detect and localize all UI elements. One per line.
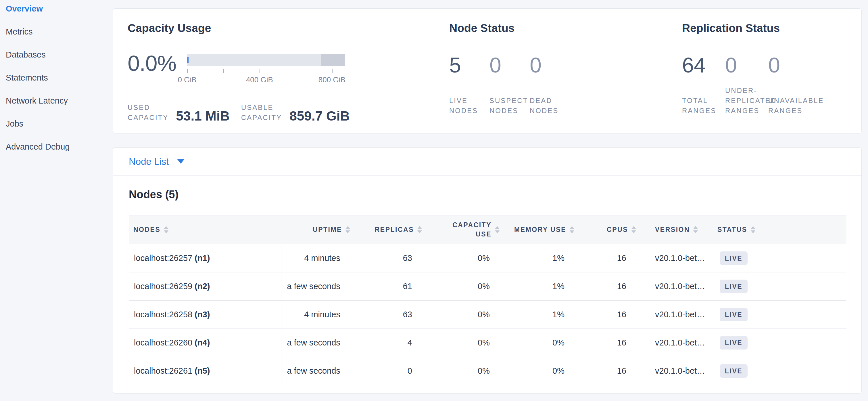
capacity-use-cell: 0%	[422, 357, 499, 385]
table-row: localhost:26259 (n2) a few seconds 61 0%…	[129, 273, 846, 300]
node-status-section: Node Status 5 LIVE NODES 0 SUSPECT NODES…	[449, 22, 682, 133]
used-capacity-label: USED CAPACITY	[128, 103, 168, 122]
node-address-cell[interactable]: localhost:26257 (n1)	[129, 244, 281, 273]
node-address-cell[interactable]: localhost:26259 (n2)	[129, 273, 281, 300]
capacity-use-cell: 0%	[422, 329, 499, 357]
column-header-memory-use[interactable]: MEMORY USE	[499, 216, 574, 244]
column-header-replicas[interactable]: REPLICAS	[350, 216, 422, 244]
replicas-cell: 63	[350, 244, 422, 273]
column-header-uptime[interactable]: UPTIME	[281, 216, 350, 244]
version-cell: v20.1.0-bet…	[636, 273, 717, 300]
nodes-count-title: Nodes (5)	[129, 189, 861, 201]
chevron-down-icon[interactable]	[177, 160, 184, 164]
version-cell: v20.1.0-bet…	[636, 329, 717, 357]
live-nodes-stat: 5 LIVE NODES	[449, 55, 490, 116]
table-row: localhost:26261 (n5) a few seconds 0 0% …	[129, 357, 846, 385]
uptime-cell: a few seconds	[281, 329, 350, 357]
capacity-use-cell: 0%	[422, 300, 499, 329]
axis-tick	[296, 69, 296, 73]
sidebar-item-statements[interactable]: Statements	[0, 66, 113, 89]
sidebar-item-network-latency[interactable]: Network Latency	[0, 89, 113, 112]
sidebar-item-overview[interactable]: Overview	[0, 0, 113, 20]
uptime-cell: 4 minutes	[281, 300, 350, 329]
memory-use-cell: 1%	[499, 244, 574, 273]
sort-icon	[693, 226, 698, 233]
table-row: localhost:26257 (n1) 4 minutes 63 0% 1% …	[129, 244, 846, 273]
node-status-title: Node Status	[449, 22, 682, 34]
sort-icon	[570, 226, 574, 233]
version-cell: v20.1.0-bet…	[636, 357, 717, 385]
usable-capacity-stat: USABLE CAPACITY 859.7 GiB	[241, 103, 350, 122]
node-address-cell[interactable]: localhost:26260 (n4)	[129, 329, 281, 357]
node-address-cell[interactable]: localhost:26261 (n5)	[129, 357, 281, 385]
node-address-cell[interactable]: localhost:26258 (n3)	[129, 300, 281, 329]
total-ranges-label: TOTAL RANGES	[682, 95, 725, 116]
under-replicated-ranges-stat: 0 UNDER- REPLICATED RANGES	[725, 55, 768, 116]
sidebar-item-jobs[interactable]: Jobs	[0, 112, 113, 135]
sidebar-item-metrics[interactable]: Metrics	[0, 20, 113, 43]
nodes-table: NODES UPTIME REPLICAS CAPACITYUSE	[129, 215, 846, 385]
column-header-nodes[interactable]: NODES	[129, 216, 281, 244]
dead-nodes-value: 0	[530, 55, 570, 76]
column-header-version[interactable]: VERSION	[636, 216, 717, 244]
dead-nodes-label: DEAD NODES	[530, 95, 570, 116]
node-list-dropdown[interactable]: Node List	[129, 156, 169, 167]
sidebar-item-advanced-debug[interactable]: Advanced Debug	[0, 135, 113, 158]
sort-icon	[751, 226, 755, 233]
status-cell: LIVE	[717, 244, 846, 273]
sort-icon	[495, 226, 499, 233]
replicas-cell: 4	[350, 329, 422, 357]
unavailable-ranges-value: 0	[768, 55, 811, 76]
memory-use-cell: 1%	[499, 300, 574, 329]
dead-nodes-stat: 0 DEAD NODES	[530, 55, 570, 116]
column-header-capacity-use[interactable]: CAPACITYUSE	[422, 216, 499, 244]
uptime-cell: 4 minutes	[281, 244, 350, 273]
column-header-cpus[interactable]: CPUS	[574, 216, 636, 244]
version-cell: v20.1.0-bet…	[636, 300, 717, 329]
status-badge: LIVE	[720, 308, 748, 321]
under-replicated-ranges-value: 0	[725, 55, 768, 76]
column-header-status[interactable]: STATUS	[717, 216, 846, 244]
sort-icon	[631, 226, 636, 233]
axis-tick	[259, 69, 260, 73]
capacity-bar	[187, 54, 345, 66]
cpus-cell: 16	[574, 357, 636, 385]
sort-icon	[417, 226, 422, 233]
status-badge: LIVE	[720, 251, 748, 265]
sort-icon	[345, 226, 350, 233]
axis-tick	[332, 69, 333, 73]
capacity-usage-section: Capacity Usage 0.0% 0 GiB 400 GiB	[128, 22, 449, 133]
total-ranges-stat: 64 TOTAL RANGES	[682, 55, 725, 116]
unavailable-ranges-stat: 0 UNAVAILABLE RANGES	[768, 55, 811, 116]
usable-capacity-value: 859.7 GiB	[289, 110, 350, 122]
status-cell: LIVE	[717, 329, 846, 357]
status-badge: LIVE	[720, 336, 748, 349]
table-row: localhost:26258 (n3) 4 minutes 63 0% 1% …	[129, 300, 846, 329]
sort-icon	[164, 226, 168, 233]
unavailable-ranges-label: UNAVAILABLE RANGES	[768, 95, 811, 116]
capacity-bar-used-marker	[187, 57, 189, 63]
cpus-cell: 16	[574, 300, 636, 329]
replicas-cell: 0	[350, 357, 422, 385]
used-capacity-stat: USED CAPACITY 53.1 MiB	[128, 103, 230, 122]
sidebar-item-databases[interactable]: Databases	[0, 43, 113, 66]
status-badge: LIVE	[720, 280, 748, 293]
memory-use-cell: 1%	[499, 273, 574, 300]
cpus-cell: 16	[574, 244, 636, 273]
axis-label-0gib: 0 GiB	[178, 75, 196, 84]
capacity-use-cell: 0%	[422, 244, 499, 273]
uptime-cell: a few seconds	[281, 273, 350, 300]
memory-use-cell: 0%	[499, 329, 574, 357]
under-replicated-ranges-label: UNDER- REPLICATED RANGES	[725, 85, 768, 116]
axis-tick	[223, 69, 224, 73]
table-row: localhost:26260 (n4) a few seconds 4 0% …	[129, 329, 846, 357]
replicas-cell: 61	[350, 273, 422, 300]
total-ranges-value: 64	[682, 55, 725, 76]
suspect-nodes-label: SUSPECT NODES	[490, 95, 530, 116]
suspect-nodes-stat: 0 SUSPECT NODES	[490, 55, 530, 116]
replication-status-section: Replication Status 64 TOTAL RANGES 0 UND…	[682, 22, 861, 133]
replication-status-title: Replication Status	[682, 22, 861, 34]
capacity-axis-labels: 0 GiB 400 GiB 800 GiB	[187, 75, 345, 84]
live-nodes-label: LIVE NODES	[449, 95, 490, 116]
node-list-card: Node List Nodes (5) NODES UPTIME REPLICA…	[113, 147, 862, 394]
